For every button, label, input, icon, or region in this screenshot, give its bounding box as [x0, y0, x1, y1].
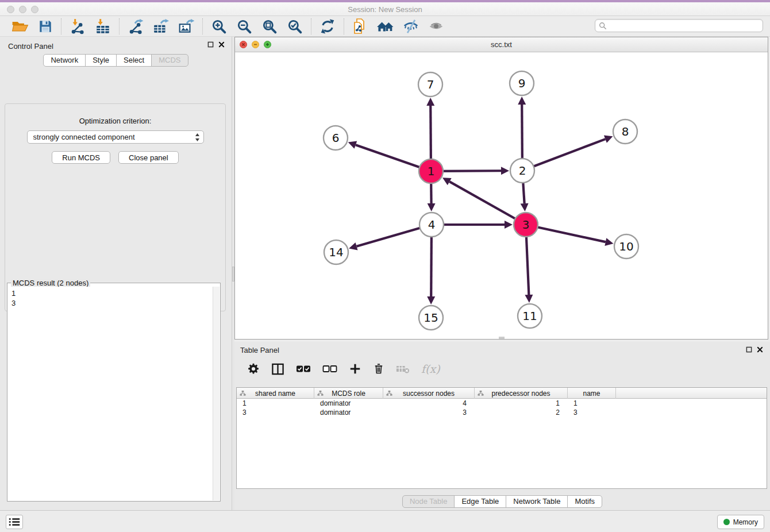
table-cell[interactable]: 1 — [568, 399, 616, 408]
delete-icon — [373, 363, 384, 375]
task-history-button[interactable] — [6, 515, 23, 529]
tab-edge-table[interactable]: Edge Table — [454, 495, 506, 508]
show-graphics-details-button[interactable] — [428, 18, 444, 35]
export-table-button[interactable] — [153, 18, 169, 35]
graph-node-label-3: 3 — [522, 218, 530, 232]
table-cell[interactable]: 3 — [237, 408, 314, 417]
table-cell[interactable]: 1 — [237, 399, 314, 408]
table-toolbar: f(x) — [234, 357, 770, 381]
export-network-button[interactable] — [128, 18, 144, 35]
function-builder-button: f(x) — [421, 363, 440, 375]
column-header-successor-nodes[interactable]: successor nodes — [383, 388, 475, 399]
tab-mcds[interactable]: MCDS — [151, 54, 188, 67]
edge-2-8[interactable] — [522, 139, 605, 171]
network-resize-dimple[interactable] — [499, 337, 505, 339]
table-settings-gear-button[interactable] — [247, 363, 260, 375]
import-table-button[interactable] — [95, 18, 111, 35]
memory-button[interactable]: Memory — [717, 515, 764, 529]
optimization-criterion-select[interactable]: strongly connected component — [27, 130, 204, 144]
sort-icon — [386, 390, 392, 396]
table-cell[interactable]: dominator — [314, 408, 383, 417]
edge-arrow-2-9 — [518, 97, 526, 105]
table-panel-float-icon[interactable] — [746, 346, 752, 353]
table-cell[interactable]: 3 — [568, 408, 616, 417]
column-header-predecessor-nodes[interactable]: predecessor nodes — [475, 388, 568, 399]
table-cell[interactable]: dominator — [314, 399, 383, 408]
search-field[interactable] — [595, 19, 763, 32]
add-button[interactable] — [349, 363, 361, 375]
toolbar-separator — [311, 18, 311, 34]
graph-node-label-14: 14 — [329, 245, 343, 259]
import-table-icon — [95, 18, 111, 34]
tab-network[interactable]: Network — [43, 54, 86, 67]
table-panel: Table Panel f(x) shared nameMCDS rolesuc… — [234, 342, 770, 510]
close-panel-button[interactable]: Close panel — [118, 151, 179, 164]
deselect-all-icon — [322, 365, 337, 373]
table-panel-close-icon[interactable] — [757, 346, 763, 353]
toolbar-group — [64, 18, 117, 35]
hide-graphics-details-icon — [403, 18, 419, 34]
tab-node-table[interactable]: Node Table — [402, 495, 455, 508]
edge-arrow-2-3 — [521, 203, 529, 211]
network-canvas[interactable]: 7968124314101511 — [235, 52, 768, 339]
optimization-criterion-value: strongly connected component — [33, 133, 195, 141]
table-row[interactable]: 3dominator323 — [237, 408, 767, 417]
zoom-fit-button[interactable] — [261, 18, 278, 35]
tab-style[interactable]: Style — [85, 54, 117, 67]
open-session-button[interactable] — [11, 18, 29, 35]
network-from-file-button[interactable] — [352, 18, 367, 35]
table-panel-title: Table Panel — [240, 346, 279, 354]
column-header-name[interactable]: name — [568, 388, 616, 399]
table-cell[interactable]: 4 — [383, 399, 475, 408]
table-cell[interactable]: 3 — [383, 408, 475, 417]
import-network-button[interactable] — [70, 18, 86, 35]
zoom-selected-button[interactable] — [287, 18, 303, 35]
show-graphics-details-icon — [428, 18, 444, 34]
network-window-titlebar[interactable]: scc.txt — [235, 37, 768, 52]
main-toolbar — [0, 16, 770, 37]
save-session-icon — [38, 19, 53, 34]
mcds-result-scrollbar[interactable] — [213, 287, 220, 500]
export-network-icon — [128, 18, 144, 34]
export-image-icon — [178, 18, 194, 34]
export-image-button[interactable] — [178, 18, 194, 35]
toolbar-group — [122, 18, 200, 35]
run-mcds-button[interactable]: Run MCDS — [52, 151, 110, 164]
edge-arrow-3-11 — [525, 295, 533, 303]
search-input[interactable] — [609, 22, 759, 30]
sort-icon — [317, 390, 324, 396]
table-cell[interactable]: 2 — [475, 408, 568, 417]
column-header-MCDS-role[interactable]: MCDS role — [314, 388, 383, 399]
edge-arrow-1-7 — [426, 98, 434, 106]
zoom-out-button[interactable] — [236, 18, 252, 35]
save-session-button[interactable] — [38, 18, 53, 35]
export-table-icon — [153, 18, 169, 34]
column-label: successor nodes — [403, 390, 455, 398]
split-panel-button[interactable] — [271, 363, 284, 376]
home-view-button[interactable] — [376, 18, 394, 35]
hide-graphics-details-button[interactable] — [403, 18, 419, 35]
zoom-in-button[interactable] — [211, 18, 227, 35]
column-header-shared-name[interactable]: shared name — [237, 388, 314, 399]
control-panel: Control Panel NetworkStyleSelectMCDS Opt… — [0, 37, 232, 510]
graph-node-label-1: 1 — [428, 164, 435, 178]
edge-3-1[interactable] — [449, 182, 526, 225]
refresh-network-button[interactable] — [319, 18, 336, 35]
tab-select[interactable]: Select — [116, 54, 152, 67]
tab-motifs[interactable]: Motifs — [567, 495, 602, 508]
control-panel-float-icon[interactable] — [207, 41, 214, 48]
deselect-all-button[interactable] — [322, 365, 337, 373]
control-panel-close-icon[interactable] — [218, 41, 225, 48]
window-title: Session: New Session — [0, 5, 770, 14]
tab-network-table[interactable]: Network Table — [506, 495, 568, 508]
mcds-result-list[interactable]: 13 — [8, 287, 213, 500]
select-all-button[interactable] — [296, 365, 311, 373]
mcds-result-line: 1 — [11, 288, 213, 298]
graph-node-label-9: 9 — [518, 76, 526, 90]
network-from-file-icon — [352, 18, 367, 34]
memory-label: Memory — [733, 518, 758, 526]
delete-button[interactable] — [373, 363, 384, 375]
edge-arrow-4-14 — [349, 242, 357, 250]
table-row[interactable]: 1dominator411 — [237, 399, 767, 408]
table-cell[interactable]: 1 — [475, 399, 568, 408]
